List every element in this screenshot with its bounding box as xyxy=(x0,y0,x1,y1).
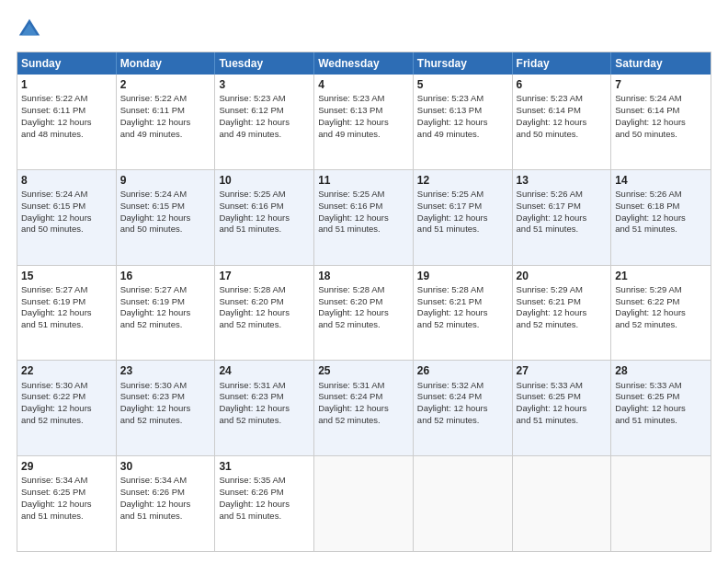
day-info: Sunrise: 5:32 AM xyxy=(417,380,508,392)
calendar-cell: 31Sunrise: 5:35 AMSunset: 6:26 PMDayligh… xyxy=(215,456,314,551)
day-info: Sunset: 6:22 PM xyxy=(21,391,112,403)
calendar-header: SundayMondayTuesdayWednesdayThursdayFrid… xyxy=(17,52,711,75)
day-info: and 51 minutes. xyxy=(21,319,112,331)
weekday-header: Friday xyxy=(513,52,612,75)
day-info: and 50 minutes. xyxy=(120,224,211,236)
day-info: Daylight: 12 hours xyxy=(517,403,608,415)
day-info: Sunset: 6:13 PM xyxy=(318,105,409,117)
day-info: Sunrise: 5:27 AM xyxy=(120,284,211,296)
day-info: Sunrise: 5:26 AM xyxy=(517,189,608,201)
day-info: Sunrise: 5:23 AM xyxy=(417,93,508,105)
day-info: and 52 minutes. xyxy=(219,319,310,331)
calendar-cell: 25Sunrise: 5:31 AMSunset: 6:24 PMDayligh… xyxy=(314,361,414,455)
day-info: and 48 minutes. xyxy=(21,129,112,141)
day-info: and 52 minutes. xyxy=(417,319,508,331)
day-info: Sunset: 6:14 PM xyxy=(615,105,707,117)
day-info: and 52 minutes. xyxy=(615,319,707,331)
logo xyxy=(17,17,46,42)
calendar-row: 8Sunrise: 5:24 AMSunset: 6:15 PMDaylight… xyxy=(17,169,711,265)
calendar-cell: 6Sunrise: 5:23 AMSunset: 6:14 PMDaylight… xyxy=(513,75,612,169)
day-number: 14 xyxy=(615,173,707,188)
calendar-cell xyxy=(414,456,513,551)
day-info: Sunset: 6:20 PM xyxy=(219,296,310,308)
day-number: 20 xyxy=(517,269,608,283)
day-info: Sunrise: 5:29 AM xyxy=(615,284,707,296)
day-info: Daylight: 12 hours xyxy=(615,403,707,415)
day-info: Sunset: 6:18 PM xyxy=(615,201,707,213)
calendar-cell: 11Sunrise: 5:25 AMSunset: 6:16 PMDayligh… xyxy=(314,170,414,265)
day-info: Daylight: 12 hours xyxy=(120,213,211,224)
day-number: 22 xyxy=(21,363,112,378)
day-info: Sunrise: 5:22 AM xyxy=(120,93,211,105)
day-info: Sunset: 6:17 PM xyxy=(517,201,608,213)
day-info: Daylight: 12 hours xyxy=(517,213,608,224)
weekday-header: Sunday xyxy=(17,52,117,75)
day-info: Daylight: 12 hours xyxy=(219,117,310,129)
day-info: Sunset: 6:22 PM xyxy=(615,296,707,308)
day-info: Sunset: 6:21 PM xyxy=(417,296,508,308)
day-number: 23 xyxy=(120,363,211,378)
calendar-cell xyxy=(611,456,711,551)
calendar: SundayMondayTuesdayWednesdayThursdayFrid… xyxy=(17,52,711,552)
day-info: Sunset: 6:24 PM xyxy=(417,391,508,403)
day-number: 16 xyxy=(120,269,211,283)
day-info: Sunrise: 5:23 AM xyxy=(219,93,310,105)
day-number: 28 xyxy=(615,363,707,378)
day-info: and 51 minutes. xyxy=(615,415,707,427)
day-info: and 49 minutes. xyxy=(120,129,211,141)
day-info: Sunset: 6:23 PM xyxy=(219,391,310,403)
day-info: Sunset: 6:12 PM xyxy=(219,105,310,117)
day-info: and 50 minutes. xyxy=(21,224,112,236)
day-number: 7 xyxy=(615,77,707,92)
calendar-cell: 24Sunrise: 5:31 AMSunset: 6:23 PMDayligh… xyxy=(215,361,314,455)
calendar-cell: 17Sunrise: 5:28 AMSunset: 6:20 PMDayligh… xyxy=(215,266,314,361)
day-info: Sunrise: 5:25 AM xyxy=(219,189,310,201)
day-info: Daylight: 12 hours xyxy=(219,213,310,224)
calendar-cell: 16Sunrise: 5:27 AMSunset: 6:19 PMDayligh… xyxy=(117,266,216,361)
calendar-cell xyxy=(513,456,612,551)
day-info: and 52 minutes. xyxy=(120,415,211,427)
day-info: Sunset: 6:14 PM xyxy=(517,105,608,117)
day-info: Sunrise: 5:25 AM xyxy=(318,189,409,201)
day-number: 10 xyxy=(219,173,310,188)
day-info: Daylight: 12 hours xyxy=(318,307,409,319)
day-info: Sunrise: 5:23 AM xyxy=(517,93,608,105)
day-info: Daylight: 12 hours xyxy=(120,499,211,511)
day-info: Daylight: 12 hours xyxy=(417,307,508,319)
day-info: Daylight: 12 hours xyxy=(417,403,508,415)
day-info: Sunset: 6:15 PM xyxy=(21,201,112,213)
day-info: Sunrise: 5:27 AM xyxy=(21,284,112,296)
day-info: Daylight: 12 hours xyxy=(318,213,409,224)
day-info: Daylight: 12 hours xyxy=(615,117,707,129)
day-info: Sunrise: 5:24 AM xyxy=(21,189,112,201)
day-info: Sunset: 6:21 PM xyxy=(517,296,608,308)
day-info: and 51 minutes. xyxy=(318,224,409,236)
day-info: and 52 minutes. xyxy=(417,415,508,427)
day-info: and 52 minutes. xyxy=(318,319,409,331)
calendar-cell: 13Sunrise: 5:26 AMSunset: 6:17 PMDayligh… xyxy=(513,170,612,265)
day-number: 8 xyxy=(21,173,112,188)
calendar-cell: 8Sunrise: 5:24 AMSunset: 6:15 PMDaylight… xyxy=(17,170,117,265)
day-info: Sunrise: 5:29 AM xyxy=(517,284,608,296)
day-info: Daylight: 12 hours xyxy=(21,117,112,129)
day-info: Sunrise: 5:33 AM xyxy=(517,380,608,392)
day-info: and 52 minutes. xyxy=(318,415,409,427)
page: SundayMondayTuesdayWednesdayThursdayFrid… xyxy=(0,0,728,563)
day-info: Daylight: 12 hours xyxy=(219,499,310,511)
day-info: Daylight: 12 hours xyxy=(318,403,409,415)
day-info: Daylight: 12 hours xyxy=(417,117,508,129)
day-info: Daylight: 12 hours xyxy=(615,307,707,319)
day-info: Sunrise: 5:24 AM xyxy=(120,189,211,201)
day-info: Sunset: 6:25 PM xyxy=(615,391,707,403)
day-info: Sunrise: 5:34 AM xyxy=(120,475,211,487)
weekday-header: Thursday xyxy=(414,52,513,75)
day-info: and 50 minutes. xyxy=(517,129,608,141)
day-number: 24 xyxy=(219,363,310,378)
day-info: Sunrise: 5:23 AM xyxy=(318,93,409,105)
day-info: Sunset: 6:16 PM xyxy=(318,201,409,213)
day-number: 3 xyxy=(219,77,310,92)
calendar-cell: 23Sunrise: 5:30 AMSunset: 6:23 PMDayligh… xyxy=(117,361,216,455)
calendar-cell: 15Sunrise: 5:27 AMSunset: 6:19 PMDayligh… xyxy=(17,266,117,361)
day-info: Sunrise: 5:25 AM xyxy=(417,189,508,201)
weekday-header: Saturday xyxy=(611,52,711,75)
